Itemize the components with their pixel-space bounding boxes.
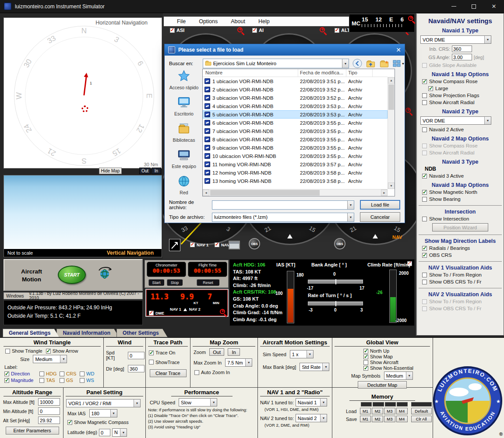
memory-save-m2-button[interactable]: M2	[372, 416, 383, 422]
asi-checkbox[interactable]	[170, 28, 175, 33]
chevron-down-icon[interactable]: ▼	[110, 410, 117, 417]
minimize-button[interactable]	[444, 0, 464, 13]
filetype-select[interactable]: luizmonteiro files (*.lzm)▼	[212, 213, 354, 222]
asi-toggle[interactable]: ASI	[170, 28, 184, 33]
navaid2-type-select[interactable]: VOR DME▼	[420, 116, 491, 125]
menu-file[interactable]: File	[177, 18, 186, 25]
tab-general-settings[interactable]: General Settings	[3, 329, 59, 337]
checkbox-show-non-essential[interactable]: Show Non-Essential	[363, 365, 432, 371]
column-type[interactable]: Tipo	[346, 69, 373, 77]
file-row[interactable]: 9 ubicacion VOR-RMI-NDB22/08/2019 3:55 p…	[203, 144, 388, 152]
place-este-equipo[interactable]: Este equipo	[166, 148, 201, 169]
scroll-down-icon[interactable]: ▼	[388, 182, 395, 189]
checkbox-show-map[interactable]: Show Map	[363, 354, 432, 359]
memory-default-button[interactable]: Default	[411, 408, 432, 414]
zoom-in-button[interactable]: In	[228, 348, 240, 356]
obs-knob-2[interactable]: OBS	[334, 238, 345, 249]
map-zoom-out-button[interactable]: Out	[139, 168, 151, 174]
file-row[interactable]: 3 ubicacion VOR-RMI-NDB22/08/2019 3:52 p…	[203, 94, 388, 102]
checkbox-show-aircraft-radial[interactable]: Show Aircraft Radial	[422, 99, 504, 105]
max-ias-select[interactable]: 180▼	[89, 409, 117, 417]
horizontal-scrollbar[interactable]: ◄ ►	[203, 189, 388, 196]
hemisphere-select[interactable]: N▼	[112, 428, 127, 437]
checkbox-direction[interactable]: Direction	[4, 371, 39, 376]
max-zoom-select[interactable]: 7.5 Nm▼	[225, 358, 252, 367]
tab-other-settings[interactable]: Other Settings	[116, 329, 168, 337]
column-date[interactable]: Fecha de modifica...	[298, 69, 346, 77]
wind-triangle-size-select[interactable]: Medium▼	[33, 355, 67, 363]
navaid1-type-select[interactable]: VOR DME▼	[420, 35, 491, 44]
checkbox-show-compass-rose[interactable]: Show Compass Rose	[422, 78, 504, 84]
dme-zoom-icon[interactable]	[220, 309, 225, 314]
place-escritorio[interactable]: Escritorio	[166, 96, 201, 116]
look-in-select[interactable]: Ejercicios Sim Luiz Monteiro ▼	[203, 59, 349, 68]
checkbox-show-aircraft[interactable]: Show Aircraft	[363, 360, 432, 365]
memory-clear-all-button[interactable]: Clr All	[411, 416, 432, 422]
nav1-toggle[interactable]: NAV 1	[190, 242, 208, 247]
file-row[interactable]: 2 ubicacion VOR-RMI-NDB22/08/2019 3:52 p…	[203, 85, 388, 94]
memory-save-m1-button[interactable]: M1	[360, 416, 371, 422]
checkbox-north-up[interactable]: North Up	[363, 348, 432, 354]
checkbox-auto-zoom-in[interactable]: Auto Zoom In	[194, 370, 230, 375]
chevron-down-icon[interactable]: ▼	[210, 399, 217, 406]
checkbox-navaid-2-active[interactable]: Navaid 2 Active	[422, 126, 504, 133]
checkbox-show-arrow[interactable]: Show Arrow	[46, 348, 78, 354]
maximize-button[interactable]	[464, 0, 484, 13]
chevron-down-icon[interactable]: ▼	[484, 36, 491, 43]
right-instrument-zoom-icon[interactable]	[405, 108, 411, 113]
clear-trace-button[interactable]: Clear Trace	[150, 369, 187, 377]
alt-toggle[interactable]: ALT	[335, 28, 350, 33]
vertical-scrollbar[interactable]: ▲ ▼	[388, 77, 395, 189]
chevron-down-icon[interactable]: ▼	[322, 363, 329, 371]
start-button[interactable]: START	[58, 266, 86, 284]
chevron-down-icon[interactable]: ▼	[484, 117, 491, 124]
dialog-close-icon[interactable]: ✕	[396, 46, 401, 53]
checkbox-obs-crs[interactable]: OBS CRS	[422, 252, 504, 258]
map-symbols-select[interactable]: Medium▼	[384, 371, 413, 380]
dme-nav1-label[interactable]: NAV 1	[170, 307, 181, 312]
checkbox-tas[interactable]: TAS	[39, 378, 60, 383]
nav1-tuned-select[interactable]: Navaid 1▼	[296, 398, 327, 406]
cancel-button[interactable]: Cancelar	[360, 212, 400, 222]
checkbox-show-trace[interactable]: ShowTrace	[149, 360, 190, 365]
chevron-down-icon[interactable]: ▼	[347, 213, 354, 221]
chrono-stop-button[interactable]: Stop	[167, 279, 183, 286]
hide-map-button[interactable]: Hide Map	[99, 168, 122, 174]
memory-load-m4-button[interactable]: M4	[396, 408, 408, 414]
place-bibliotecas[interactable]: Bibliotecas	[166, 122, 201, 143]
checkbox-wd[interactable]: WD	[80, 371, 102, 376]
chevron-down-icon[interactable]: ▼	[320, 399, 327, 406]
chevron-down-icon[interactable]: ▼	[307, 350, 313, 358]
views-icon[interactable]: ▼	[393, 60, 405, 67]
latitude-input[interactable]: 0	[99, 429, 110, 436]
sim-speed-select[interactable]: 1 x▼	[290, 350, 314, 358]
file-row[interactable]: 8 ubicacion VOR-RMI-NDB22/08/2019 3:55 p…	[203, 135, 388, 144]
chevron-down-icon[interactable]: ▼	[342, 59, 349, 68]
ai-checkbox[interactable]	[252, 28, 257, 33]
file-row[interactable]: 13 homing VOR-RMI-NDB22/08/2019 3:58 p..…	[203, 177, 388, 185]
memory-save-m3-button[interactable]: M3	[384, 416, 395, 422]
map-zoom-in-button[interactable]: In	[152, 168, 161, 174]
file-row[interactable]: 11 homing VOR-RMI-NDB22/08/2019 3:57 p..…	[203, 160, 388, 168]
gs-angle-input[interactable]: 3.00	[452, 54, 472, 60]
file-row[interactable]: 1 ubicacion VOR-RMI-NDB22/08/2019 3:51 p…	[203, 77, 388, 85]
load-file-button[interactable]: Load file	[360, 200, 400, 210]
memory-save-m4-button[interactable]: M4	[396, 416, 408, 422]
dme-nav-selector-icon[interactable]	[183, 308, 187, 311]
memory-load-m2-button[interactable]: M2	[372, 408, 383, 414]
wind-speed-input[interactable]: 0	[128, 352, 145, 359]
place-red[interactable]: Red	[166, 175, 201, 195]
checkbox-show-magnetic-north[interactable]: Show Magnetic North	[422, 189, 504, 195]
checkbox-crs[interactable]: CRS	[60, 371, 80, 376]
declutter-map-button[interactable]: Declutter Map	[358, 381, 407, 389]
checkbox-large[interactable]: Large	[428, 85, 504, 91]
obs-knob-1[interactable]: OBS	[249, 238, 260, 249]
file-row[interactable]: 12 homing VOR-RMI-NDB22/08/2019 3:58 p..…	[203, 168, 388, 177]
nav1-checkbox[interactable]	[190, 242, 195, 247]
scroll-right-icon[interactable]: ►	[381, 189, 388, 196]
new-folder-icon[interactable]	[379, 59, 389, 68]
filename-input[interactable]: ▼	[212, 200, 354, 210]
mc-zoom-icon[interactable]	[408, 16, 413, 21]
checkbox-magnitude[interactable]: Magnitude	[4, 378, 39, 383]
checkbox-hdg[interactable]: HDG	[39, 371, 60, 376]
